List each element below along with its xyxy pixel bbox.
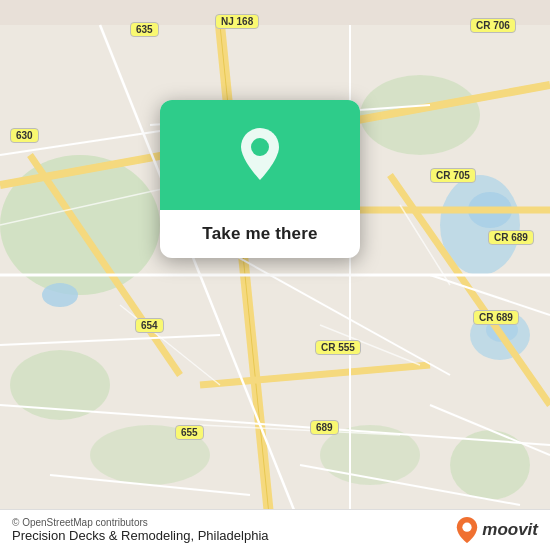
road-badge-cr705: CR 705 [430, 168, 476, 183]
take-me-there-button[interactable]: Take me there [202, 224, 317, 243]
location-name: Precision Decks & Remodeling, Philadelph… [12, 528, 269, 543]
location-pin-icon [234, 128, 286, 188]
bottom-left: © OpenStreetMap contributors Precision D… [12, 517, 269, 543]
svg-point-9 [42, 283, 78, 307]
popup-card[interactable]: Take me there [160, 100, 360, 258]
road-badge-cr689-top: CR 689 [488, 230, 534, 245]
osm-credit: © OpenStreetMap contributors [12, 517, 269, 528]
road-badge-cr555: CR 555 [315, 340, 361, 355]
road-badge-cr706: CR 706 [470, 18, 516, 33]
road-badge-689: 689 [310, 420, 339, 435]
moovit-logo: moovit [456, 517, 538, 543]
map-container: 635 NJ 168 CR 706 630 CR 705 CR 689 654 … [0, 0, 550, 550]
popup-green-area [160, 100, 360, 210]
bottom-bar: © OpenStreetMap contributors Precision D… [0, 509, 550, 550]
road-badge-635: 635 [130, 22, 159, 37]
map-background [0, 0, 550, 550]
road-badge-655: 655 [175, 425, 204, 440]
road-badge-nj168: NJ 168 [215, 14, 259, 29]
svg-point-36 [251, 138, 269, 156]
moovit-text: moovit [482, 520, 538, 540]
svg-point-37 [463, 523, 472, 532]
road-badge-cr689-mid: CR 689 [473, 310, 519, 325]
road-badge-630: 630 [10, 128, 39, 143]
moovit-pin-icon [456, 517, 478, 543]
popup-label-area[interactable]: Take me there [160, 210, 360, 258]
road-badge-654: 654 [135, 318, 164, 333]
